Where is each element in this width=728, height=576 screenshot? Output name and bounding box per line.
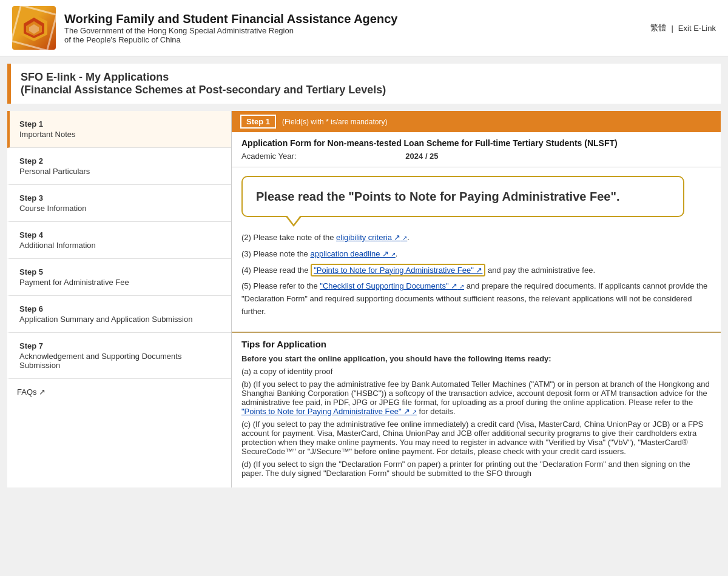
tips-prefix: (b) (If you select to pay the administra… <box>241 380 710 407</box>
faqs-link[interactable]: FAQs ↗ <box>7 379 231 405</box>
content-link-2[interactable]: application deadline ↗ <box>310 249 395 258</box>
page-title-line2: (Financial Assistance Schemes at Post-se… <box>21 84 711 96</box>
content-items: (2) Please take note of the eligibility … <box>241 232 711 318</box>
content-item-3: (4) Please read the "Points to Note for … <box>241 264 711 277</box>
content-link-1[interactable]: eligibility criteria ↗ <box>336 233 407 242</box>
content-suffix: and pay the administrative fee. <box>485 266 595 275</box>
content-suffix: . <box>396 249 398 258</box>
content-suffix: . <box>407 233 410 242</box>
sidebar-step-6[interactable]: Step 6 Application Summary and Applicati… <box>7 296 231 333</box>
page-title-line1: SFO E-link - My Applications <box>21 71 711 84</box>
step-note: (Field(s) with * is/are mandatory) <box>282 118 387 126</box>
faqs-anchor[interactable]: FAQs ↗ <box>17 387 46 397</box>
content-area: Step 1 (Field(s) with * is/are mandatory… <box>232 111 721 487</box>
tips-intro: Before you start the online application,… <box>241 354 711 363</box>
step-number-6: Step 6 <box>19 304 221 313</box>
svg-marker-0 <box>21 15 47 41</box>
sidebar-step-4[interactable]: Step 4 Additional Information <box>7 222 231 259</box>
svg-marker-2 <box>26 21 42 36</box>
step-number-2: Step 2 <box>19 156 221 166</box>
step-label-5: Payment for Administrative Fee <box>19 278 221 287</box>
tooltip-text: Please read the "Points to Note for Payi… <box>256 190 619 203</box>
tips-prefix: (c) (If you select to pay the administra… <box>241 420 703 456</box>
step-number-4: Step 4 <box>19 230 221 239</box>
tips-item-3: (c) (If you select to pay the administra… <box>241 420 711 456</box>
app-form-title: Application Form for Non-means-tested Lo… <box>241 138 711 148</box>
step-label-6: Application Summary and Application Subm… <box>19 315 221 324</box>
agency-subtitle: The Government of the Hong Kong Special … <box>64 26 397 44</box>
tips-prefix: (d) (If you select to sign the "Declarat… <box>241 460 690 478</box>
main-layout: Step 1 Important Notes Step 2 Personal P… <box>7 111 721 487</box>
content-body: (2) Please take note of the eligibility … <box>232 226 721 328</box>
step-label-4: Additional Information <box>19 241 221 250</box>
svg-marker-1 <box>24 18 44 38</box>
year-label: Academic Year: <box>241 152 296 161</box>
tooltip-bubble: Please read the "Points to Note for Payi… <box>241 176 684 217</box>
svg-marker-3 <box>29 24 39 34</box>
step-number-5: Step 5 <box>19 267 221 276</box>
page-header: Working Family and Student Financial Ass… <box>0 0 728 56</box>
separator: | <box>671 24 673 33</box>
header-left: Working Family and Student Financial Ass… <box>12 6 397 50</box>
agency-name: Working Family and Student Financial Ass… <box>64 12 397 26</box>
step-number-7: Step 7 <box>19 341 221 350</box>
app-form-header: Application Form for Non-means-tested Lo… <box>232 132 721 167</box>
step-header: Step 1 (Field(s) with * is/are mandatory… <box>232 111 721 132</box>
content-prefix: (2) Please take note of the <box>241 233 336 242</box>
agency-info: Working Family and Student Financial Ass… <box>64 12 397 44</box>
tips-title: Tips for Application <box>241 339 711 349</box>
sidebar-step-5[interactable]: Step 5 Payment for Administrative Fee <box>7 259 231 296</box>
tips-item-4: (d) (If you select to sign the "Declarat… <box>241 460 711 478</box>
year-value: 2024 / 25 <box>405 152 438 161</box>
content-prefix: (3) Please note the <box>241 249 310 258</box>
sidebar: Step 1 Important Notes Step 2 Personal P… <box>7 111 232 487</box>
content-prefix: (4) Please read the <box>241 266 311 275</box>
step-label-1: Important Notes <box>19 130 221 139</box>
exit-link[interactable]: Exit E-Link <box>678 24 716 33</box>
content-item-4: (5) Please refer to the "Checklist of Su… <box>241 280 711 318</box>
lang-toggle[interactable]: 繁體 <box>650 22 666 33</box>
sidebar-step-7[interactable]: Step 7 Acknowledgement and Supporting Do… <box>7 333 231 379</box>
tips-item-suffix: for details. <box>417 407 456 416</box>
content-item-1: (2) Please take note of the eligibility … <box>241 232 711 244</box>
step-badge: Step 1 <box>240 115 276 129</box>
step-label-7: Acknowledgement and Supporting Documents… <box>19 352 221 370</box>
tips-section: Tips for Application Before you start th… <box>232 332 721 487</box>
page-title-bar: SFO E-link - My Applications (Financial … <box>7 64 721 104</box>
sidebar-step-3[interactable]: Step 3 Course Information <box>7 185 231 222</box>
content-link-3[interactable]: "Points to Note for Paying Administrativ… <box>311 264 485 276</box>
content-item-2: (3) Please note the application deadline… <box>241 248 711 261</box>
content-prefix: (5) Please refer to the <box>241 281 320 290</box>
step-label-2: Personal Particulars <box>19 167 221 176</box>
tips-item-1: (a) a copy of identity proof <box>241 367 711 376</box>
content-link-4[interactable]: "Checklist of Supporting Documents" ↗ <box>320 281 464 290</box>
sidebar-step-1[interactable]: Step 1 Important Notes <box>7 111 231 148</box>
sidebar-steps: Step 1 Important Notes Step 2 Personal P… <box>7 111 231 379</box>
tips-item-2: (b) (If you select to pay the administra… <box>241 380 711 416</box>
tips-prefix: (a) a copy of identity proof <box>241 367 332 376</box>
app-form-year-row: Academic Year: 2024 / 25 <box>241 152 711 161</box>
agency-logo <box>12 6 56 50</box>
sidebar-step-2[interactable]: Step 2 Personal Particulars <box>7 148 231 185</box>
tips-link-2[interactable]: "Points to Note for Paying Administrativ… <box>241 407 417 416</box>
header-actions: 繁體 | Exit E-Link <box>650 22 716 33</box>
step-number-3: Step 3 <box>19 193 221 203</box>
tips-items: (a) a copy of identity proof(b) (If you … <box>241 367 711 478</box>
step-label-3: Course Information <box>19 204 221 213</box>
step-number-1: Step 1 <box>19 119 221 129</box>
